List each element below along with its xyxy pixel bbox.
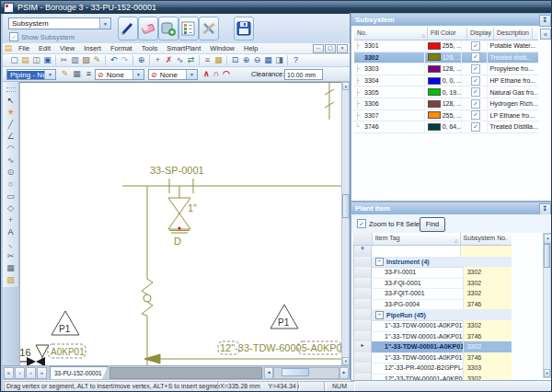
cut-icon[interactable]: ✂ <box>59 55 69 65</box>
collapse-icon[interactable]: − <box>375 311 384 319</box>
subsystem-row[interactable]: └37460, 64,...✓Treated Distilla... <box>354 121 538 133</box>
minimize-icon[interactable]: – <box>313 44 324 53</box>
list-view-button[interactable] <box>178 17 199 40</box>
delete-vertex-icon[interactable]: ✗ <box>164 55 174 65</box>
chevron-down-icon[interactable]: ▼ <box>44 70 55 79</box>
canvas-hscrollbar[interactable]: ◀ ▶ <box>264 367 349 379</box>
checkbox-checked-icon[interactable]: ✓ <box>471 76 480 86</box>
checkbox-checked-icon[interactable]: ✓ <box>471 87 480 97</box>
add-item-button[interactable] <box>158 17 178 40</box>
pid-canvas[interactable]: 33-SP-0001 1" D 12"-33-TDW-60005-A0KP01 … <box>19 82 341 365</box>
grid-tool-icon[interactable]: ▦ <box>5 262 17 274</box>
scroll-left-icon[interactable]: ◀ <box>264 367 273 379</box>
scroll-down-icon[interactable]: ▼ <box>544 369 550 377</box>
jumper-arc-icon[interactable]: ◠ <box>223 69 230 78</box>
subsystem-row[interactable]: ├3303128, ...✓Propylene fro... <box>354 63 538 75</box>
menu-item-format[interactable]: Format <box>106 44 137 52</box>
end-fitting-combo[interactable]: ⊘ None ▼ <box>148 69 198 80</box>
checkbox-checked-icon[interactable]: ✓ <box>471 110 480 120</box>
hatch-icon[interactable]: ▦ <box>72 69 82 79</box>
sheet-tab[interactable]: 33-PU-152-00001 <box>50 366 108 379</box>
toolbar-grip[interactable] <box>6 87 16 92</box>
group-row[interactable]: −PipeRun (45) <box>353 310 512 321</box>
opc-triangle[interactable]: P1 <box>52 311 79 335</box>
curve-tool-icon[interactable]: ∿ <box>5 155 17 167</box>
scroll-up-icon[interactable]: ▲ <box>544 234 552 244</box>
chevron-down-icon[interactable]: ▼ <box>132 70 144 79</box>
arc-tool-icon[interactable]: ◠ <box>5 143 17 155</box>
column-header-itemtag[interactable]: Item Tag△ <box>373 233 461 245</box>
refresh-model-icon[interactable]: ⊕ <box>136 55 146 65</box>
view-combo[interactable]: Subsystem ▼ <box>8 17 111 29</box>
ellipse-tool-icon[interactable]: ○ <box>5 179 17 190</box>
format-painter-icon[interactable]: ✎ <box>92 55 102 65</box>
polyline-tool-icon[interactable]: ∠ <box>5 131 17 143</box>
subsystem-row[interactable]: ├3306128, ...✓Hydrogen Rich... <box>354 98 538 110</box>
redo-icon[interactable]: ↷ <box>120 55 130 65</box>
undo-icon[interactable]: ↶ <box>109 55 119 65</box>
vscroll-thumb[interactable] <box>342 194 350 218</box>
last-sheet-icon[interactable]: » <box>37 367 47 379</box>
chevron-down-icon[interactable]: ▼ <box>186 70 197 79</box>
plant-item-row[interactable]: 1"-33-TDW-00001-A0KP01-V3302 <box>353 321 512 332</box>
menu-item-view[interactable]: View <box>55 44 79 52</box>
point-tool-icon[interactable]: + <box>5 214 17 226</box>
subsystem-row[interactable]: ├33040, 0, ...✓HP Ethane fro... <box>354 75 538 87</box>
collapse-icon[interactable]: − <box>375 258 384 266</box>
plant-item-row[interactable]: 33-PG-00043746 <box>353 299 512 310</box>
subsystem-panel-title[interactable]: Subsystem ↧ <box>351 14 552 26</box>
symbol-tool-icon[interactable]: ▨ <box>5 274 17 286</box>
save-big-button[interactable] <box>234 17 254 40</box>
plant-item-row[interactable]: ▸1"-33-TDW-00001-A0KP01-V3302 <box>353 342 512 353</box>
prev-sheet-icon[interactable]: ‹ <box>15 367 25 379</box>
close-icon[interactable]: × <box>337 44 348 53</box>
print-icon[interactable]: ◫ <box>31 55 41 65</box>
menu-item-tools[interactable]: Tools <box>137 44 163 52</box>
trim-tool-icon[interactable]: ✂ <box>5 250 17 262</box>
menu-item-edit[interactable]: Edit <box>34 44 55 52</box>
text-tool-icon[interactable]: A <box>5 226 17 238</box>
menu-item-window[interactable]: Window <box>205 44 239 52</box>
jumper-square-icon[interactable]: ∩ <box>213 69 220 78</box>
checkbox-checked-icon[interactable]: ✓ <box>471 41 480 51</box>
zoom-in-icon[interactable]: ⊕ <box>241 55 251 65</box>
save-icon[interactable]: ▣ <box>42 55 52 65</box>
column-header-no[interactable]: No.△ <box>354 28 428 40</box>
open-icon[interactable]: ▤ <box>20 55 30 65</box>
column-header-fillcolor[interactable]: Fill Color <box>428 28 467 40</box>
move-vertex-icon[interactable]: + <box>153 55 163 65</box>
checkbox-checked-icon[interactable]: ✓ <box>471 52 480 62</box>
new-icon[interactable]: ▢ <box>9 55 19 65</box>
menu-item-file[interactable]: File <box>14 44 34 52</box>
filter-row[interactable]: ▼ <box>353 246 512 257</box>
show-subsystem-checkbox[interactable]: ✓ Show Subsystem <box>9 32 75 41</box>
zoom-out-icon[interactable]: ⊖ <box>252 55 262 65</box>
title-bar[interactable]: PSIM - Borouge 3 - 33-PU-152-00001 <box>1 1 552 14</box>
specialty-item-label[interactable]: 33-SP-0001 <box>150 165 204 176</box>
restore-icon[interactable]: ▢ <box>325 44 336 53</box>
plant-item-row[interactable]: 33-FQIT-00013302 <box>353 289 512 300</box>
menu-item-help[interactable]: Help <box>239 44 262 52</box>
row-header-cell[interactable] <box>353 374 372 381</box>
column-header-subsystemno[interactable]: Subsystem No. <box>461 233 512 245</box>
help-pointer-icon[interactable]: ? <box>291 55 301 65</box>
scroll-right-icon[interactable]: ▶ <box>339 367 349 379</box>
copy-icon[interactable]: ▥ <box>70 55 80 65</box>
line-tool-icon[interactable]: ╱ <box>5 119 17 131</box>
plant-item-row[interactable]: 33-FQI-00013302 <box>353 278 512 289</box>
group-row[interactable]: −Instrument (4) <box>353 257 512 268</box>
draw-pen-button[interactable] <box>118 17 138 40</box>
connector-symbol[interactable]: 116 A0KP01 <box>20 344 86 366</box>
plant-item-row[interactable]: 12"-33-TDW-00001-A0KP01-V3302 <box>353 375 512 381</box>
column-header-description[interactable]: Description <box>494 28 533 40</box>
find-button[interactable]: Find <box>420 217 445 232</box>
plant-item-row[interactable]: 12"-33-PR-40002-B2GPPL-V3303 <box>353 363 512 375</box>
line-style-icon[interactable]: ✎ <box>60 69 70 79</box>
catalog-icon[interactable]: ▦ <box>213 55 224 65</box>
smart-label-tool-icon[interactable]: ✳ <box>5 107 17 119</box>
next-sheet-icon[interactable]: › <box>26 367 36 379</box>
hscroll-track[interactable] <box>273 367 339 379</box>
update-tools-button[interactable] <box>199 17 219 40</box>
properties-icon[interactable]: ≡ <box>202 55 213 65</box>
scroll-down-icon[interactable]: ▼ <box>342 357 350 365</box>
